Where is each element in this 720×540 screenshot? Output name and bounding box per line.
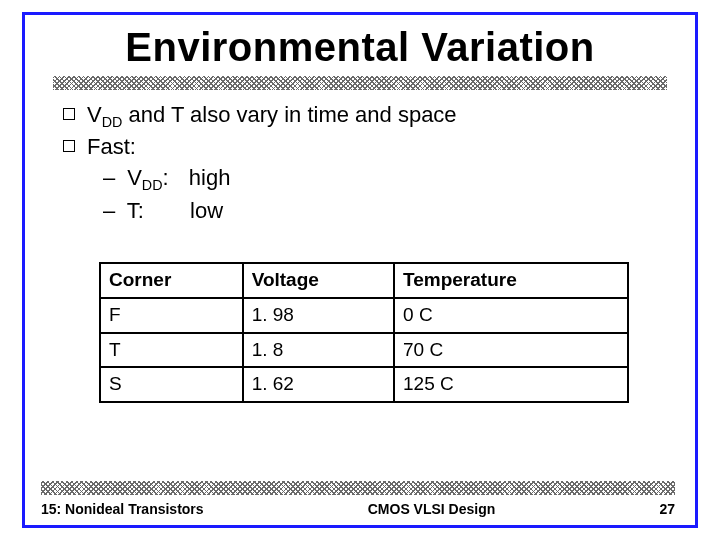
sub-bullet-2: – T: low: [59, 196, 661, 227]
footer-center: CMOS VLSI Design: [204, 501, 660, 517]
cell: 0 C: [394, 298, 628, 333]
cell: F: [100, 298, 243, 333]
subscript: DD: [142, 178, 163, 194]
cell: 70 C: [394, 333, 628, 368]
col-corner: Corner: [100, 263, 243, 298]
dash-icon: –: [103, 163, 121, 194]
bullet-item-2: Fast:: [59, 132, 661, 163]
cell: S: [100, 367, 243, 402]
sub-bullet-1: – VDD: high: [59, 163, 661, 195]
text: V: [127, 165, 142, 190]
subscript: DD: [102, 114, 123, 130]
cell: 125 C: [394, 367, 628, 402]
divider-top: [53, 76, 667, 90]
slide-body: VDD and T also vary in time and space Fa…: [53, 90, 667, 403]
table-header-row: Corner Voltage Temperature: [100, 263, 628, 298]
cell: 1. 62: [243, 367, 394, 402]
slide-footer: 15: Nonideal Transistors CMOS VLSI Desig…: [25, 481, 695, 517]
footer-left: 15: Nonideal Transistors: [41, 501, 204, 517]
text: and T also vary in time and space: [122, 102, 456, 127]
square-bullet-icon: [63, 140, 75, 152]
col-temperature: Temperature: [394, 263, 628, 298]
cell: T: [100, 333, 243, 368]
corner-table: Corner Voltage Temperature F 1. 98 0 C T…: [99, 262, 629, 402]
sub-val: high: [189, 165, 231, 190]
table-row: T 1. 8 70 C: [100, 333, 628, 368]
bullet-item-1: VDD and T also vary in time and space: [59, 100, 661, 132]
sub-key: VDD:: [127, 165, 168, 190]
cell: 1. 8: [243, 333, 394, 368]
sub-val: low: [190, 198, 223, 223]
text: V: [87, 102, 102, 127]
bullet-text-2: Fast:: [87, 132, 136, 163]
slide-title: Environmental Variation: [53, 25, 667, 70]
cell: 1. 98: [243, 298, 394, 333]
divider-bottom: [41, 481, 675, 495]
table-row: F 1. 98 0 C: [100, 298, 628, 333]
page-number: 27: [659, 501, 675, 517]
text: :: [162, 165, 168, 190]
sub-key: T:: [127, 198, 144, 223]
dash-icon: –: [103, 196, 121, 227]
bullet-text-1: VDD and T also vary in time and space: [87, 100, 457, 132]
square-bullet-icon: [63, 108, 75, 120]
table-row: S 1. 62 125 C: [100, 367, 628, 402]
slide-frame: Environmental Variation VDD and T also v…: [22, 12, 698, 528]
col-voltage: Voltage: [243, 263, 394, 298]
